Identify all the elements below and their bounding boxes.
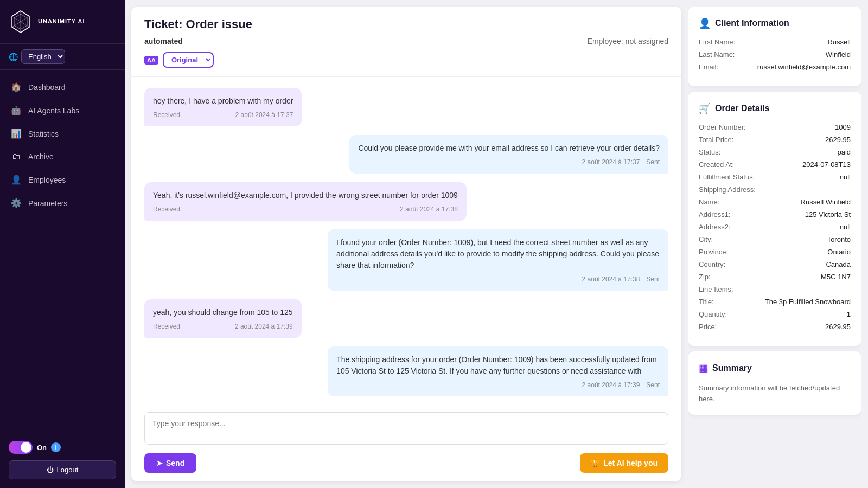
province-label: Province: (699, 248, 728, 256)
summary-icon: ▦ (699, 362, 708, 374)
client-icon: 👤 (699, 17, 711, 29)
sidebar-item-label: Employees (28, 176, 66, 184)
archive-icon: 🗂 (11, 152, 22, 162)
toggle-switch[interactable] (9, 441, 33, 454)
zip-value: M5C 1N7 (821, 273, 851, 281)
fulfillment-label: Fulfillment Status: (699, 173, 755, 181)
address1-label: Address1: (699, 210, 731, 219)
item-title-value: The 3p Fulfilled Snowboard (765, 298, 851, 306)
translation-select[interactable]: Original (163, 52, 214, 68)
price-row: Price: 2629.95 (699, 323, 851, 331)
message-item: hey there, I have a problem with my orde… (144, 88, 302, 126)
quantity-value: 1 (847, 310, 851, 318)
message-status: Sent (646, 381, 660, 389)
message-label: Received (153, 323, 180, 330)
message-timestamp: 2 août 2024 à 17:39 (582, 381, 640, 389)
quantity-row: Quantity: 1 (699, 310, 851, 318)
message-timestamp: 2 août 2024 à 17:37 (235, 111, 293, 119)
item-title-label: Title: (699, 298, 714, 306)
summary-title-text: Summary (712, 363, 752, 373)
order-number-value: 1009 (835, 123, 851, 131)
message-text: The shipping address for your order (Ord… (336, 354, 660, 377)
client-title-text: Client Information (715, 18, 789, 28)
sidebar-item-label: Dashboard (28, 83, 66, 92)
address2-value: null (840, 223, 851, 231)
sidebar-logo: UNANIMITY AI (0, 0, 125, 44)
sidebar-item-archive[interactable]: 🗂 Archive (0, 145, 125, 168)
ai-help-button[interactable]: 🏆 Let AI help you (580, 453, 668, 473)
toggle-label: On (37, 444, 47, 452)
created-at-value: 2024-07-08T13 (802, 160, 851, 169)
toggle-knob (21, 442, 31, 453)
message-label: Received (153, 111, 180, 119)
province-value: Ontario (827, 248, 851, 256)
message-label: Received (153, 206, 180, 213)
message-item: yeah, you should change from 105 to 125 … (144, 299, 302, 338)
language-selector[interactable]: 🌐 English (0, 44, 125, 70)
aa-icon: AA (144, 56, 158, 65)
globe-icon: 🌐 (9, 53, 18, 61)
client-card-title: 👤 Client Information (699, 17, 851, 29)
input-area: ➤ Send 🏆 Let AI help you (131, 403, 681, 481)
sidebar-item-statistics[interactable]: 📊 Statistics (0, 122, 125, 145)
message-timestamp: 2 août 2024 à 17:39 (235, 323, 293, 330)
logout-button[interactable]: ⏻ Logout (9, 460, 116, 479)
source-badge: automated (144, 37, 183, 46)
order-details-card: 🛒 Order Details Order Number: 1009 Total… (688, 92, 861, 346)
country-row: Country: Canada (699, 260, 851, 268)
price-value: 2629.95 (825, 323, 851, 331)
message-footer: Received 2 août 2024 à 17:38 (153, 206, 458, 213)
sidebar-bottom: On i ⏻ Logout (0, 432, 125, 488)
parameters-icon: ⚙️ (11, 198, 22, 208)
logout-icon: ⏻ (47, 466, 54, 474)
message-footer: 2 août 2024 à 17:39 Sent (336, 381, 660, 389)
message-item: Yeah, it's russel.winfield@example.com, … (144, 182, 467, 221)
client-info-card: 👤 Client Information First Name: Russell… (688, 7, 861, 86)
message-footer: 2 août 2024 à 17:37 Sent (358, 158, 660, 166)
created-at-label: Created At: (699, 160, 734, 169)
shipping-label: Shipping Address: (699, 185, 756, 194)
status-value: paid (837, 148, 851, 156)
action-buttons: ➤ Send 🏆 Let AI help you (144, 453, 668, 473)
message-status: Sent (646, 275, 660, 283)
message-text: Yeah, it's russel.winfield@example.com, … (153, 190, 458, 201)
right-panel: 👤 Client Information First Name: Russell… (688, 7, 861, 481)
first-name-value: Russell (827, 38, 851, 46)
last-name-label: Last Name: (699, 50, 735, 59)
info-icon[interactable]: i (51, 442, 61, 452)
last-name-value: Winfield (826, 50, 851, 59)
sidebar-item-ai-agents[interactable]: 🤖 AI Agents Labs (0, 99, 125, 122)
ship-name-label: Name: (699, 198, 719, 206)
line-items-label: Line Items: (699, 285, 733, 293)
quantity-label: Quantity: (699, 310, 727, 318)
total-price-row: Total Price: 2629.95 (699, 136, 851, 144)
send-button[interactable]: ➤ Send (144, 453, 196, 473)
shipping-header-row: Shipping Address: (699, 185, 851, 194)
sidebar-item-label: Parameters (28, 199, 67, 208)
created-at-row: Created At: 2024-07-08T13 (699, 160, 851, 169)
line-items-header-row: Line Items: (699, 285, 851, 293)
total-price-value: 2629.95 (825, 136, 851, 144)
statistics-icon: 📊 (11, 129, 22, 139)
fulfillment-value: null (840, 173, 851, 181)
language-dropdown[interactable]: English (21, 49, 65, 64)
client-firstname-row: First Name: Russell (699, 38, 851, 46)
sidebar-item-label: Archive (28, 152, 54, 161)
city-row: City: Toronto (699, 235, 851, 243)
summary-card: ▦ Summary Summary information will be fe… (688, 351, 861, 415)
client-email-row: Email: russel.winfield@example.com (699, 63, 851, 71)
summary-text: Summary information will be fetched/upda… (699, 383, 851, 404)
sidebar-item-dashboard[interactable]: 🏠 Dashboard (0, 75, 125, 99)
response-input[interactable] (144, 412, 668, 445)
sidebar-item-parameters[interactable]: ⚙️ Parameters (0, 191, 125, 215)
sidebar-item-employees[interactable]: 👤 Employees (0, 168, 125, 191)
item-title-row: Title: The 3p Fulfilled Snowboard (699, 298, 851, 306)
send-label: Send (166, 459, 184, 467)
zip-label: Zip: (699, 273, 711, 281)
employee-status: Employee: not assigned (588, 37, 668, 46)
sidebar-item-label: AI Agents Labs (28, 106, 79, 115)
logo-icon (9, 10, 33, 34)
logo-text: UNANIMITY AI (38, 18, 85, 25)
message-text: hey there, I have a problem with my orde… (153, 95, 293, 107)
main-content: Ticket: Order issue automated Employee: … (125, 0, 868, 488)
